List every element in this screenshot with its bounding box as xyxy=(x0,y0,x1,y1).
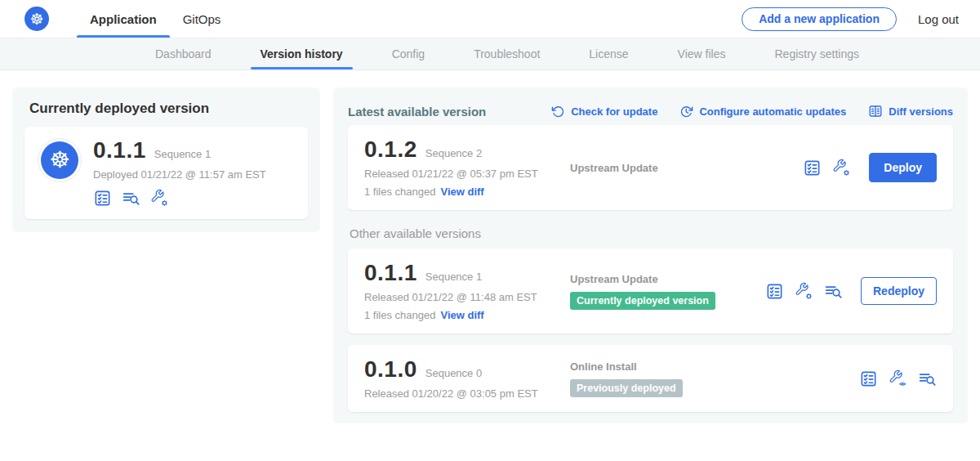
version-number: 0.1.0 xyxy=(364,357,417,382)
currently-deployed-title: Currently deployed version xyxy=(29,101,308,117)
version-number: 0.1.1 xyxy=(364,261,417,285)
logout-button[interactable]: Log out xyxy=(918,12,959,26)
tab-gitops[interactable]: GitOps xyxy=(170,0,234,38)
view-diff-link[interactable]: View diff xyxy=(440,309,483,321)
view-diff-link[interactable]: View diff xyxy=(440,186,483,198)
redeploy-button[interactable]: Redeploy xyxy=(861,277,937,305)
deploy-button[interactable]: Deploy xyxy=(869,153,937,182)
released-timestamp: Released 01/20/22 @ 03:05 pm EST xyxy=(364,387,570,400)
subnav-troubleshoot[interactable]: Troubleshoot xyxy=(449,38,564,69)
subnav-license[interactable]: License xyxy=(564,38,653,69)
version-sequence: Sequence 0 xyxy=(425,367,482,379)
version-sequence: Sequence 1 xyxy=(425,271,482,283)
deployed-version-card: ☸ 0.1.1 Sequence 1 Deployed 01/21/22 @ 1… xyxy=(24,127,308,219)
refresh-icon xyxy=(551,105,565,119)
config-icon[interactable] xyxy=(795,282,813,301)
version-source: Upstream Update xyxy=(570,273,765,285)
files-changed-label: 1 files changed xyxy=(364,309,435,321)
app-tabs: Application GitOps xyxy=(77,0,234,38)
subnav-registry-settings[interactable]: Registry settings xyxy=(750,38,883,69)
released-timestamp: Released 01/21/22 @ 11:48 am EST xyxy=(364,291,570,303)
check-for-update-link[interactable]: Check for update xyxy=(551,105,657,119)
config-icon[interactable] xyxy=(150,189,169,208)
top-header: ☸ Application GitOps Add a new applicati… xyxy=(0,0,980,38)
version-card-0-1-1: 0.1.1 Sequence 1 Released 01/21/22 @ 11:… xyxy=(348,248,953,333)
main-content: Currently deployed version ☸ 0.1.1 Seque… xyxy=(0,70,980,423)
deploy-logs-icon[interactable] xyxy=(824,282,843,301)
latest-available-title: Latest available version xyxy=(348,105,486,119)
kubernetes-app-icon: ☸ xyxy=(41,141,78,179)
deployed-version-number: 0.1.1 xyxy=(93,138,146,163)
deployed-timestamp: Deployed 01/21/22 @ 11:57 am EST xyxy=(93,168,266,181)
available-versions-panel: Latest available version Check for updat… xyxy=(333,87,968,423)
version-sequence: Sequence 2 xyxy=(425,147,482,159)
preflight-checks-icon[interactable] xyxy=(803,159,822,177)
app-logo: ☸ xyxy=(38,138,82,182)
schedule-icon xyxy=(679,105,693,119)
preflight-checks-icon[interactable] xyxy=(859,369,878,388)
version-card-0-1-2: 0.1.2 Sequence 2 Released 01/21/22 @ 05:… xyxy=(348,125,953,210)
tab-application[interactable]: Application xyxy=(77,0,170,38)
released-timestamp: Released 01/21/22 @ 05:37 pm EST xyxy=(364,168,570,180)
configure-automatic-updates-link[interactable]: Configure automatic updates xyxy=(679,105,846,119)
subnav-dashboard[interactable]: Dashboard xyxy=(131,38,236,69)
subnav-config[interactable]: Config xyxy=(368,38,449,69)
version-card-0-1-0: 0.1.0 Sequence 0 Released 01/20/22 @ 03:… xyxy=(348,345,953,412)
deploy-logs-icon[interactable] xyxy=(122,189,140,208)
subnav-view-files[interactable]: View files xyxy=(653,38,751,69)
preflight-checks-icon[interactable] xyxy=(93,189,112,208)
diff-versions-link[interactable]: Diff versions xyxy=(868,104,953,119)
preflight-checks-icon[interactable] xyxy=(765,282,784,301)
version-source: Upstream Update xyxy=(570,162,803,174)
config-icon[interactable] xyxy=(832,159,851,177)
app-subnav: Dashboard Version history Config Trouble… xyxy=(0,38,980,70)
diff-icon xyxy=(868,104,883,119)
currently-deployed-panel: Currently deployed version ☸ 0.1.1 Seque… xyxy=(12,87,320,232)
previously-deployed-badge: Previously deployed xyxy=(570,379,683,397)
currently-deployed-badge: Currently deployed version xyxy=(570,292,715,310)
deployed-sequence: Sequence 1 xyxy=(154,148,211,160)
kubernetes-logo-icon: ☸ xyxy=(24,7,49,31)
version-number: 0.1.2 xyxy=(364,137,417,162)
config-view-icon[interactable] xyxy=(889,369,907,388)
version-source: Online Install xyxy=(570,360,859,373)
deploy-logs-icon[interactable] xyxy=(918,369,937,388)
subnav-version-history[interactable]: Version history xyxy=(236,38,368,69)
files-changed-label: 1 files changed xyxy=(364,186,435,198)
add-application-button[interactable]: Add a new application xyxy=(742,7,897,31)
other-versions-title: Other available versions xyxy=(350,226,953,240)
